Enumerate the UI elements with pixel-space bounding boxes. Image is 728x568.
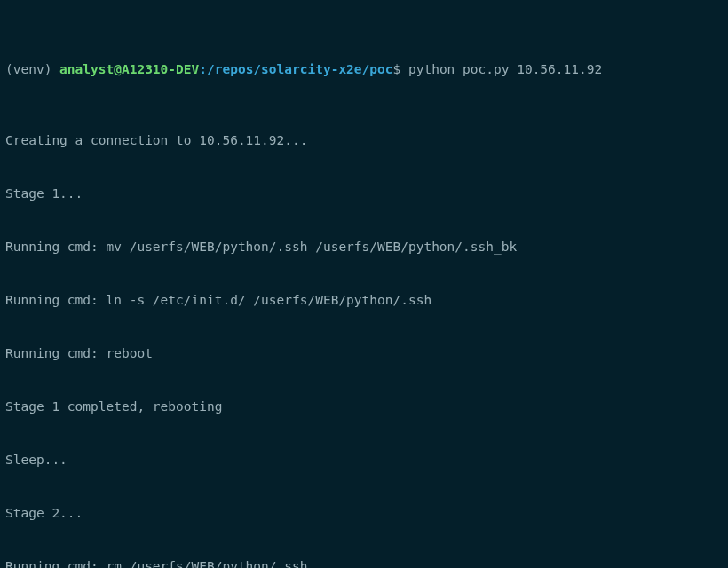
venv-tag: (venv) [5, 60, 59, 78]
output-line: Sleep... [5, 451, 723, 469]
output-line: Stage 1 completed, rebooting [5, 398, 723, 415]
command-1: python poc.py 10.56.11.92 [408, 60, 602, 78]
cwd-path: /repos/solarcity-x2e/poc [207, 60, 393, 78]
output-line: Running cmd: reboot [5, 344, 723, 362]
dollar-sign: $ [393, 60, 408, 78]
output-line: Running cmd: rm /userfs/WEB/python/.ssh [5, 557, 723, 568]
output-line: Stage 2... [5, 504, 723, 522]
prompt-line-1: (venv) analyst@A12310-DEV : /repos/solar… [5, 60, 723, 78]
output-line: Running cmd: mv /userfs/WEB/python/.ssh … [5, 238, 723, 256]
output-line: Stage 1... [5, 185, 723, 202]
colon: : [199, 60, 207, 78]
output-line: Running cmd: ln -s /etc/init.d/ /userfs/… [5, 291, 723, 309]
output-line: Creating a connection to 10.56.11.92... [5, 131, 723, 149]
terminal-output[interactable]: (venv) analyst@A12310-DEV : /repos/solar… [0, 0, 728, 568]
user-host: analyst@A12310-DEV [59, 60, 199, 78]
